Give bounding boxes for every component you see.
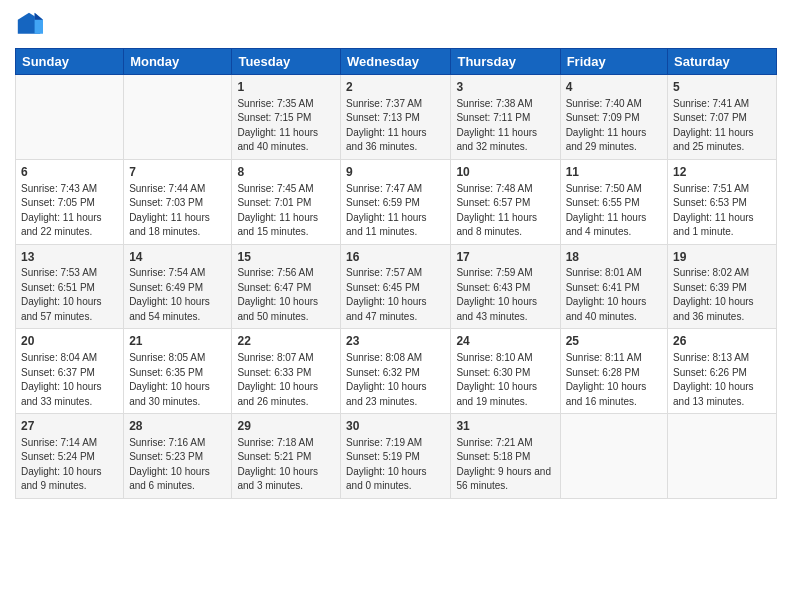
calendar-cell: 10Sunrise: 7:48 AM Sunset: 6:57 PM Dayli… [451,159,560,244]
calendar-cell: 26Sunrise: 8:13 AM Sunset: 6:26 PM Dayli… [668,329,777,414]
day-number: 7 [129,164,226,181]
day-number: 5 [673,79,771,96]
cell-content: Sunrise: 7:54 AM Sunset: 6:49 PM Dayligh… [129,266,226,324]
day-number: 9 [346,164,445,181]
day-number: 1 [237,79,335,96]
header [15,10,777,42]
weekday-header-thursday: Thursday [451,49,560,75]
calendar-week-4: 27Sunrise: 7:14 AM Sunset: 5:24 PM Dayli… [16,414,777,499]
cell-content: Sunrise: 7:48 AM Sunset: 6:57 PM Dayligh… [456,182,554,240]
cell-content: Sunrise: 8:04 AM Sunset: 6:37 PM Dayligh… [21,351,118,409]
cell-content: Sunrise: 8:08 AM Sunset: 6:32 PM Dayligh… [346,351,445,409]
calendar-cell: 4Sunrise: 7:40 AM Sunset: 7:09 PM Daylig… [560,75,667,160]
cell-content: Sunrise: 8:13 AM Sunset: 6:26 PM Dayligh… [673,351,771,409]
calendar-cell: 29Sunrise: 7:18 AM Sunset: 5:21 PM Dayli… [232,414,341,499]
calendar-table: SundayMondayTuesdayWednesdayThursdayFrid… [15,48,777,499]
cell-content: Sunrise: 8:11 AM Sunset: 6:28 PM Dayligh… [566,351,662,409]
day-number: 27 [21,418,118,435]
cell-content: Sunrise: 7:40 AM Sunset: 7:09 PM Dayligh… [566,97,662,155]
calendar-week-3: 20Sunrise: 8:04 AM Sunset: 6:37 PM Dayli… [16,329,777,414]
calendar-week-0: 1Sunrise: 7:35 AM Sunset: 7:15 PM Daylig… [16,75,777,160]
day-number: 20 [21,333,118,350]
calendar-cell: 20Sunrise: 8:04 AM Sunset: 6:37 PM Dayli… [16,329,124,414]
day-number: 24 [456,333,554,350]
calendar-cell: 9Sunrise: 7:47 AM Sunset: 6:59 PM Daylig… [341,159,451,244]
day-number: 26 [673,333,771,350]
cell-content: Sunrise: 7:16 AM Sunset: 5:23 PM Dayligh… [129,436,226,494]
day-number: 23 [346,333,445,350]
calendar-cell: 1Sunrise: 7:35 AM Sunset: 7:15 PM Daylig… [232,75,341,160]
calendar-cell: 12Sunrise: 7:51 AM Sunset: 6:53 PM Dayli… [668,159,777,244]
day-number: 10 [456,164,554,181]
calendar-cell [124,75,232,160]
cell-content: Sunrise: 7:44 AM Sunset: 7:03 PM Dayligh… [129,182,226,240]
cell-content: Sunrise: 7:37 AM Sunset: 7:13 PM Dayligh… [346,97,445,155]
calendar-cell: 25Sunrise: 8:11 AM Sunset: 6:28 PM Dayli… [560,329,667,414]
calendar-cell: 21Sunrise: 8:05 AM Sunset: 6:35 PM Dayli… [124,329,232,414]
calendar-header: SundayMondayTuesdayWednesdayThursdayFrid… [16,49,777,75]
cell-content: Sunrise: 7:14 AM Sunset: 5:24 PM Dayligh… [21,436,118,494]
calendar-cell: 30Sunrise: 7:19 AM Sunset: 5:19 PM Dayli… [341,414,451,499]
cell-content: Sunrise: 7:35 AM Sunset: 7:15 PM Dayligh… [237,97,335,155]
calendar-cell: 7Sunrise: 7:44 AM Sunset: 7:03 PM Daylig… [124,159,232,244]
day-number: 31 [456,418,554,435]
calendar-cell: 18Sunrise: 8:01 AM Sunset: 6:41 PM Dayli… [560,244,667,329]
calendar-cell: 15Sunrise: 7:56 AM Sunset: 6:47 PM Dayli… [232,244,341,329]
cell-content: Sunrise: 8:02 AM Sunset: 6:39 PM Dayligh… [673,266,771,324]
day-number: 21 [129,333,226,350]
cell-content: Sunrise: 7:59 AM Sunset: 6:43 PM Dayligh… [456,266,554,324]
calendar-cell: 6Sunrise: 7:43 AM Sunset: 7:05 PM Daylig… [16,159,124,244]
cell-content: Sunrise: 8:07 AM Sunset: 6:33 PM Dayligh… [237,351,335,409]
cell-content: Sunrise: 7:43 AM Sunset: 7:05 PM Dayligh… [21,182,118,240]
calendar-cell: 23Sunrise: 8:08 AM Sunset: 6:32 PM Dayli… [341,329,451,414]
day-number: 18 [566,249,662,266]
cell-content: Sunrise: 8:05 AM Sunset: 6:35 PM Dayligh… [129,351,226,409]
day-number: 19 [673,249,771,266]
calendar-cell: 2Sunrise: 7:37 AM Sunset: 7:13 PM Daylig… [341,75,451,160]
page: SundayMondayTuesdayWednesdayThursdayFrid… [0,0,792,612]
calendar-cell: 8Sunrise: 7:45 AM Sunset: 7:01 PM Daylig… [232,159,341,244]
day-number: 22 [237,333,335,350]
day-number: 25 [566,333,662,350]
calendar-cell: 27Sunrise: 7:14 AM Sunset: 5:24 PM Dayli… [16,414,124,499]
weekday-header-monday: Monday [124,49,232,75]
day-number: 16 [346,249,445,266]
cell-content: Sunrise: 7:57 AM Sunset: 6:45 PM Dayligh… [346,266,445,324]
day-number: 6 [21,164,118,181]
day-number: 14 [129,249,226,266]
cell-content: Sunrise: 7:47 AM Sunset: 6:59 PM Dayligh… [346,182,445,240]
calendar-body: 1Sunrise: 7:35 AM Sunset: 7:15 PM Daylig… [16,75,777,499]
calendar-cell: 31Sunrise: 7:21 AM Sunset: 5:18 PM Dayli… [451,414,560,499]
calendar-cell: 5Sunrise: 7:41 AM Sunset: 7:07 PM Daylig… [668,75,777,160]
calendar-cell: 28Sunrise: 7:16 AM Sunset: 5:23 PM Dayli… [124,414,232,499]
calendar-cell: 17Sunrise: 7:59 AM Sunset: 6:43 PM Dayli… [451,244,560,329]
cell-content: Sunrise: 7:56 AM Sunset: 6:47 PM Dayligh… [237,266,335,324]
day-number: 2 [346,79,445,96]
calendar-cell: 16Sunrise: 7:57 AM Sunset: 6:45 PM Dayli… [341,244,451,329]
cell-content: Sunrise: 7:18 AM Sunset: 5:21 PM Dayligh… [237,436,335,494]
weekday-row: SundayMondayTuesdayWednesdayThursdayFrid… [16,49,777,75]
weekday-header-friday: Friday [560,49,667,75]
day-number: 11 [566,164,662,181]
weekday-header-saturday: Saturday [668,49,777,75]
calendar-cell: 13Sunrise: 7:53 AM Sunset: 6:51 PM Dayli… [16,244,124,329]
calendar-cell [668,414,777,499]
day-number: 8 [237,164,335,181]
cell-content: Sunrise: 7:45 AM Sunset: 7:01 PM Dayligh… [237,182,335,240]
cell-content: Sunrise: 8:01 AM Sunset: 6:41 PM Dayligh… [566,266,662,324]
day-number: 12 [673,164,771,181]
day-number: 4 [566,79,662,96]
calendar-week-2: 13Sunrise: 7:53 AM Sunset: 6:51 PM Dayli… [16,244,777,329]
cell-content: Sunrise: 8:10 AM Sunset: 6:30 PM Dayligh… [456,351,554,409]
weekday-header-sunday: Sunday [16,49,124,75]
logo-icon [15,10,43,38]
cell-content: Sunrise: 7:41 AM Sunset: 7:07 PM Dayligh… [673,97,771,155]
day-number: 17 [456,249,554,266]
calendar-week-1: 6Sunrise: 7:43 AM Sunset: 7:05 PM Daylig… [16,159,777,244]
calendar-cell: 22Sunrise: 8:07 AM Sunset: 6:33 PM Dayli… [232,329,341,414]
calendar-cell: 11Sunrise: 7:50 AM Sunset: 6:55 PM Dayli… [560,159,667,244]
svg-marker-2 [35,13,43,20]
day-number: 30 [346,418,445,435]
cell-content: Sunrise: 7:51 AM Sunset: 6:53 PM Dayligh… [673,182,771,240]
cell-content: Sunrise: 7:38 AM Sunset: 7:11 PM Dayligh… [456,97,554,155]
